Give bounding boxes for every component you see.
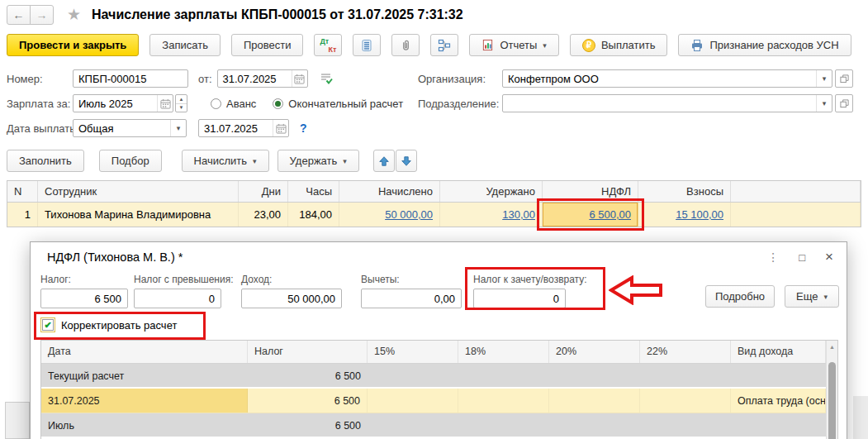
pay-date-label: Дата выплаты: (7, 122, 73, 135)
deductions-input[interactable]: 0,00 (361, 289, 462, 308)
tax-input[interactable]: 6 500 (40, 289, 128, 308)
save-button[interactable]: Записать (149, 34, 221, 56)
spin-up-icon[interactable]: ▲ (176, 95, 187, 103)
adjust-calculation-label: Корректировать расчет (61, 319, 177, 332)
paperclip-icon (400, 39, 412, 51)
final-calc-radio[interactable] (273, 98, 283, 109)
chevron-down-icon: ▾ (343, 157, 347, 165)
col-header-hours[interactable]: Часы (288, 181, 339, 202)
withhold-button[interactable]: Удержать ▾ (277, 150, 359, 172)
accrued-link[interactable]: 50 000,00 (385, 208, 433, 221)
reports-button[interactable]: Отчеты ▾ (469, 34, 558, 56)
vertical-scrollbar[interactable]: ▲ (826, 341, 837, 439)
back-button[interactable]: ← (7, 5, 31, 25)
spin-down-icon[interactable]: ▼ (176, 103, 187, 112)
col-header-days[interactable]: Дни (239, 181, 288, 202)
offset-tax-field-group: Налог к зачету/возврату: 0 (473, 274, 566, 308)
doc-date-input[interactable]: 31.07.2025 (217, 69, 308, 88)
cell-employee: Тихонова Марина Владимировна (38, 203, 239, 227)
number-input[interactable]: КПБП-000015 (73, 69, 188, 88)
pick-button[interactable]: Подбор (99, 150, 162, 172)
col-header-tax[interactable]: Налог (248, 341, 368, 363)
usn-expenses-button[interactable]: Признание расходов УСН (678, 34, 851, 56)
date-from-label: от: (198, 73, 212, 85)
contributions-link[interactable]: 15 100,00 (676, 208, 723, 221)
table-row[interactable]: 1 Тихонова Марина Владимировна 23,00 184… (7, 203, 861, 227)
col-header-18[interactable]: 18% (458, 341, 549, 363)
col-header-20[interactable]: 20% (549, 341, 640, 363)
scroll-up-icon[interactable]: ▲ (827, 341, 837, 350)
col-header-n[interactable]: N (7, 181, 38, 202)
maximize-icon[interactable]: □ (799, 251, 805, 264)
col-header-employee[interactable]: Сотрудник (38, 181, 239, 202)
set-date-check-icon[interactable] (320, 72, 333, 85)
more-button[interactable]: Еще ▾ (785, 285, 839, 308)
ndfl-details-table: Дата Налог 15% 18% 20% 22% Вид дохода Те… (40, 340, 838, 439)
help-icon[interactable]: ? (300, 122, 307, 135)
related-documents-button[interactable] (430, 34, 458, 56)
table-row-month[interactable]: Июль 6 500 (41, 413, 826, 438)
chevron-down-icon[interactable]: ▾ (816, 95, 832, 112)
chevron-down-icon[interactable]: ▾ (170, 120, 186, 136)
adjust-calculation-row: ✔ Корректировать расчет (40, 317, 177, 332)
department-open-button[interactable] (835, 94, 853, 112)
forward-button[interactable]: → (30, 5, 54, 25)
col-header-accrued[interactable]: Начислено (339, 181, 440, 202)
organization-combo[interactable]: Конфетпром ООО ▾ (502, 69, 832, 88)
list-icon (360, 39, 373, 52)
advance-radio[interactable] (211, 98, 221, 109)
arrow-down-icon (401, 155, 412, 167)
ndfl-dialog: НДФЛ (Тихонова М. В.) * ⋮ □ × Налог: 6 5… (30, 241, 847, 439)
pay-date-mode-combo[interactable]: Общая ▾ (73, 119, 187, 137)
offset-tax-input[interactable]: 0 (473, 289, 566, 308)
favorite-star-icon[interactable]: ★ (67, 5, 81, 25)
details-button[interactable]: Подробно (705, 285, 775, 308)
withheld-link[interactable]: 130,00 (502, 208, 535, 221)
fill-button[interactable]: Заполнить (7, 150, 84, 172)
move-up-button[interactable] (373, 150, 395, 172)
col-header-contributions[interactable]: Взносы (638, 181, 731, 202)
pay-date-input[interactable]: 31.07.2025 (198, 119, 289, 137)
arrow-up-icon (378, 155, 390, 167)
col-header-withheld[interactable]: Удержано (440, 181, 543, 202)
department-combo[interactable]: ▾ (502, 94, 832, 112)
number-label: Номер: (7, 73, 73, 85)
col-header-ndfl[interactable]: НДФЛ (543, 181, 638, 202)
organization-open-button[interactable] (835, 69, 853, 88)
chevron-down-icon: ▾ (823, 293, 828, 301)
toolbar: Провести и закрыть Записать Провести ДтК… (7, 34, 851, 56)
calendar-icon[interactable] (292, 70, 307, 87)
salary-period-input[interactable]: Июль 2025 (73, 94, 173, 112)
close-icon[interactable]: × (825, 249, 833, 265)
post-button[interactable]: Провести (231, 34, 304, 56)
annotation-arrow-icon (609, 275, 663, 305)
accrue-button[interactable]: Начислить ▾ (182, 150, 269, 172)
app-window: ← → ★ Начисление зарплаты КПБП-000015 от… (0, 0, 868, 439)
calendar-icon[interactable] (273, 120, 288, 136)
move-down-button[interactable] (396, 150, 417, 172)
open-in-new-icon (840, 99, 849, 108)
calendar-icon[interactable] (157, 95, 173, 112)
form-row-number: Номер: КПБП-000015 от: 31.07.2025 Органи… (7, 69, 861, 88)
ndfl-link[interactable]: 6 500,00 (589, 208, 631, 221)
kebab-menu-icon[interactable]: ⋮ (767, 251, 779, 264)
attachments-button[interactable] (391, 34, 420, 56)
adjust-calculation-checkbox[interactable]: ✔ (40, 317, 55, 332)
post-and-close-button[interactable]: Провести и закрыть (7, 34, 139, 56)
scrollbar-thumb[interactable] (828, 362, 836, 439)
income-field-group: Доход: 50 000,00 (241, 274, 342, 308)
table-row-current-calc[interactable]: Текущий расчет 6 500 (41, 364, 826, 389)
printer-icon (690, 39, 704, 52)
chevron-down-icon[interactable]: ▾ (816, 70, 832, 87)
col-header-22[interactable]: 22% (640, 341, 731, 363)
dt-kt-postings-button[interactable]: ДтКт (314, 34, 342, 56)
table-row-date[interactable]: 31.07.2025 6 500 Оплата труда (осн... (41, 389, 826, 413)
col-header-date[interactable]: Дата (41, 341, 248, 363)
pay-button[interactable]: ₽ Выплатить (570, 34, 668, 56)
excess-tax-input[interactable]: 0 (134, 289, 221, 308)
list-button[interactable] (353, 34, 381, 56)
col-header-15[interactable]: 15% (368, 341, 458, 363)
col-header-income-type[interactable]: Вид дохода (731, 341, 826, 363)
income-input[interactable]: 50 000,00 (241, 289, 342, 308)
nav-buttons: ← → (7, 5, 54, 25)
